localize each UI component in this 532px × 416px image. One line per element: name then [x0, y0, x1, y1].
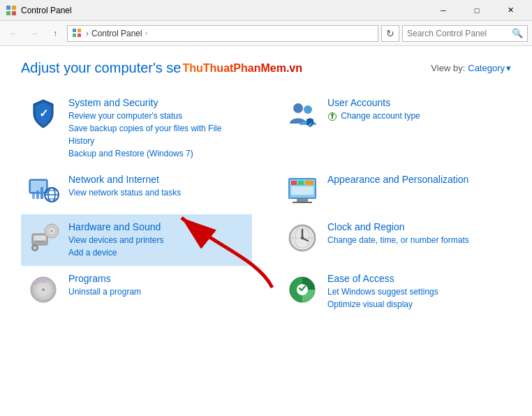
appearance-icon: [286, 174, 319, 207]
clock-name[interactable]: Clock and Region: [327, 221, 505, 232]
path-icon: [72, 28, 83, 39]
svg-text:✓: ✓: [308, 121, 313, 128]
ease-name[interactable]: Ease of Access: [327, 273, 505, 284]
minimize-button[interactable]: ─: [427, 0, 459, 21]
category-appearance[interactable]: Appearance and Personalization: [280, 167, 511, 214]
svg-rect-27: [298, 181, 304, 185]
clock-link-1[interactable]: Change date, time, or number formats: [327, 234, 505, 246]
page-title: Adjust your computer's se: [21, 60, 181, 76]
category-hardware[interactable]: Hardware and Sound View devices and prin…: [21, 214, 252, 266]
title-bar-title: Control Panel: [21, 6, 427, 15]
up-button[interactable]: ↑: [46, 24, 64, 43]
address-path[interactable]: › Control Panel ›: [67, 25, 378, 42]
page-header: Adjust your computer's seThuThuatPhanMem…: [21, 60, 511, 76]
page-title-area: Adjust your computer's seThuThuatPhanMem…: [21, 60, 302, 76]
programs-icon: [27, 273, 60, 306]
hardware-link-1[interactable]: View devices and printers: [68, 234, 246, 246]
svg-point-53: [42, 288, 45, 292]
svg-rect-7: [77, 34, 81, 37]
title-bar: Control Panel ─ □ ✕: [0, 0, 532, 21]
system-link-1[interactable]: Review your computer's status: [68, 110, 246, 122]
svg-point-38: [50, 230, 53, 232]
hardware-link-2[interactable]: Add a device: [68, 246, 246, 259]
svg-rect-0: [6, 6, 10, 10]
svg-rect-30: [297, 199, 308, 202]
svg-rect-34: [34, 236, 45, 240]
appearance-name[interactable]: Appearance and Personalization: [327, 174, 505, 185]
svg-rect-22: [36, 191, 39, 199]
hardware-links: View devices and printers Add a device: [68, 234, 246, 259]
svg-rect-4: [73, 29, 76, 32]
system-security-text: System and Security Review your computer…: [68, 97, 246, 160]
programs-text: Programs Uninstall a program: [68, 273, 246, 298]
svg-rect-29: [291, 186, 313, 195]
programs-link-1[interactable]: Uninstall a program: [68, 285, 246, 298]
hardware-text: Hardware and Sound View devices and prin…: [68, 221, 246, 259]
svg-rect-12: [332, 114, 333, 119]
hardware-name[interactable]: Hardware and Sound: [68, 221, 246, 232]
maximize-button[interactable]: □: [461, 0, 493, 21]
programs-links: Uninstall a program: [68, 285, 246, 298]
ease-text: Ease of Access Let Windows suggest setti…: [327, 273, 505, 311]
svg-rect-6: [73, 34, 76, 37]
svg-rect-5: [77, 29, 81, 32]
system-link-3[interactable]: Backup and Restore (Windows 7): [68, 147, 246, 160]
svg-text:✓: ✓: [39, 107, 48, 119]
view-by: View by: Category ▾: [431, 63, 511, 73]
watermark: ThuThuatPhanMem.vn: [182, 62, 302, 75]
path-text: Control Panel: [91, 29, 142, 38]
user-accounts-icon: ✓: [286, 97, 319, 131]
ease-link-2[interactable]: Optimize visual display: [327, 298, 505, 311]
clock-icon: [286, 221, 319, 255]
category-programs[interactable]: Programs Uninstall a program: [21, 266, 252, 318]
forward-button[interactable]: →: [25, 24, 43, 43]
user-accounts-links: Change account type: [327, 110, 505, 122]
view-by-label: View by:: [431, 63, 465, 73]
address-bar: ← → ↑ › Control Panel › ↻ 🔍: [0, 21, 532, 46]
svg-rect-26: [291, 181, 297, 185]
refresh-button[interactable]: ↻: [381, 25, 399, 42]
view-by-chevron: ▾: [506, 63, 511, 73]
category-network[interactable]: Network and Internet View network status…: [21, 167, 252, 214]
search-box[interactable]: 🔍: [402, 25, 528, 42]
network-name[interactable]: Network and Internet: [68, 174, 246, 185]
svg-point-40: [34, 246, 37, 250]
search-input[interactable]: [407, 29, 512, 38]
view-by-dropdown[interactable]: Category ▾: [468, 63, 511, 73]
categories-grid: ✓ System and Security Review your comput…: [21, 90, 511, 318]
close-button[interactable]: ✕: [494, 0, 526, 21]
back-button[interactable]: ←: [4, 24, 22, 43]
view-by-value-text: Category: [468, 63, 505, 73]
hardware-icon: [27, 221, 60, 255]
user-accounts-text: User Accounts Change account type: [327, 97, 505, 122]
title-bar-controls: ─ □ ✕: [427, 0, 526, 21]
svg-rect-1: [12, 6, 16, 10]
network-icon: [27, 174, 60, 207]
title-bar-icon: [6, 5, 17, 16]
category-clock[interactable]: Clock and Region Change date, time, or n…: [280, 214, 511, 266]
system-security-icon: ✓: [27, 97, 60, 131]
svg-point-9: [293, 103, 303, 113]
ease-link-1[interactable]: Let Windows suggest settings: [327, 285, 505, 298]
svg-rect-3: [12, 11, 16, 15]
svg-rect-28: [305, 181, 313, 185]
svg-rect-2: [6, 11, 10, 15]
system-security-name[interactable]: System and Security: [68, 97, 246, 108]
network-link-1[interactable]: View network status and tasks: [68, 186, 246, 199]
svg-rect-31: [293, 202, 312, 203]
system-link-2[interactable]: Save backup copies of your files with Fi…: [68, 122, 246, 147]
category-user-accounts[interactable]: ✓ User Accounts Change account type: [280, 90, 511, 167]
svg-rect-21: [32, 193, 35, 199]
user-accounts-name[interactable]: User Accounts: [327, 97, 505, 108]
main-content: Adjust your computer's seThuThuatPhanMem…: [0, 46, 532, 332]
svg-rect-35: [35, 241, 45, 242]
programs-name[interactable]: Programs: [68, 273, 246, 284]
appearance-text: Appearance and Personalization: [327, 174, 505, 186]
category-ease[interactable]: Ease of Access Let Windows suggest setti…: [280, 266, 511, 318]
user-link-1[interactable]: Change account type: [327, 110, 505, 122]
svg-rect-15: [31, 181, 46, 192]
path-separator: ›: [86, 29, 89, 38]
ease-links: Let Windows suggest settings Optimize vi…: [327, 285, 505, 311]
category-system-security[interactable]: ✓ System and Security Review your comput…: [21, 90, 252, 167]
ease-icon: [286, 273, 319, 306]
